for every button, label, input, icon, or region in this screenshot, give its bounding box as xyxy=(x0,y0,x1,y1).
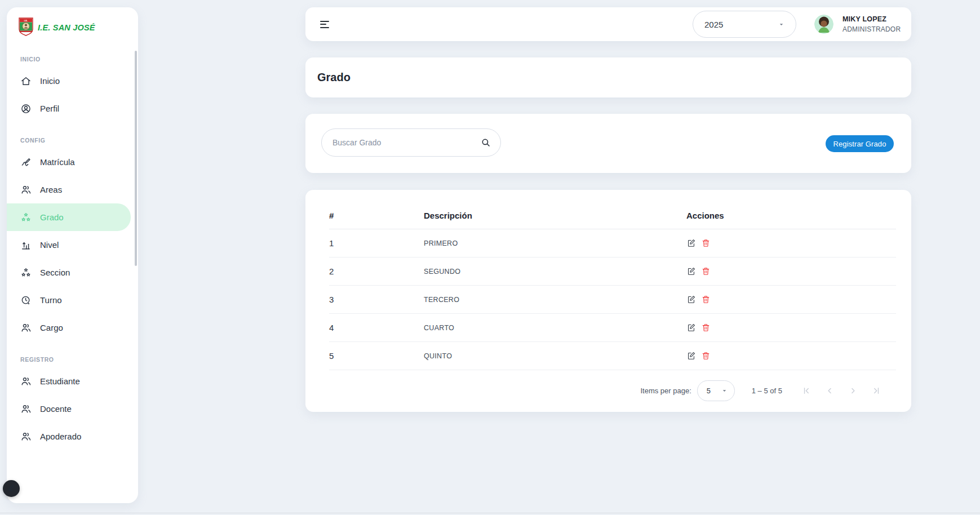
sidebar-item-label: Cargo xyxy=(40,323,63,332)
trash-icon[interactable] xyxy=(701,295,711,304)
school-crest-icon: I.E. xyxy=(19,17,33,38)
table-header: # Descripción Acciones xyxy=(329,190,896,229)
row-descripcion-cell: QUINTO xyxy=(424,352,686,360)
previous-page-icon[interactable] xyxy=(824,385,835,396)
page-size-select[interactable]: 5 xyxy=(697,380,735,401)
sidebar-item-label: Perfil xyxy=(40,104,59,113)
sidebar-item-label: Matrícula xyxy=(40,157,75,167)
sidebar-section-config: CONFIG Matrícula Areas Grado Nivel Secci… xyxy=(7,137,138,341)
items-per-page-label: Items per page: xyxy=(640,387,691,395)
trash-icon[interactable] xyxy=(701,238,711,248)
page-range-label: 1 – 5 of 5 xyxy=(752,387,782,395)
next-page-icon[interactable] xyxy=(848,385,858,396)
table-body: 1 PRIMERO 2 SEGUNDO 3 TERCERO xyxy=(329,229,896,370)
topbar: 2025 MIKY LOPEZ ADMINISTRAD xyxy=(305,7,911,41)
row-number-cell: 5 xyxy=(329,351,424,361)
app-logo: I.E. I.E. SAN JOSÉ xyxy=(7,7,138,48)
page-size-value: 5 xyxy=(707,387,711,395)
register-grado-button[interactable]: Registrar Grado xyxy=(826,135,894,152)
sidebar-section-inicio: INICIO Inicio Perfil xyxy=(7,56,138,122)
year-select[interactable]: 2025 xyxy=(693,11,796,38)
edit-fab-button[interactable] xyxy=(3,480,20,497)
edit-icon[interactable] xyxy=(686,323,696,332)
paginator: Items per page: 5 1 – 5 of 5 xyxy=(329,370,896,411)
sidebar-item-cargo[interactable]: Cargo xyxy=(7,314,138,341)
sidebar-section-registro: REGISTRO Estudiante Docente Apoderado xyxy=(7,356,138,450)
chevron-down-icon xyxy=(778,21,784,28)
table-row: 1 PRIMERO xyxy=(329,229,896,258)
sidebar-item-seccion[interactable]: Seccion xyxy=(7,259,138,286)
sidebar-item-matricula[interactable]: Matrícula xyxy=(7,148,138,176)
row-number-cell: 4 xyxy=(329,323,424,332)
sidebar-scrollbar[interactable] xyxy=(135,51,137,266)
window-bottom-edge xyxy=(0,513,980,513)
sidebar-section-label: INICIO xyxy=(20,56,138,63)
svg-text:I.E.: I.E. xyxy=(24,19,28,21)
grado-table-card: # Descripción Acciones 1 PRIMERO 2 SEGUN… xyxy=(305,190,911,412)
edit-icon[interactable] xyxy=(686,238,696,248)
sidebar-item-estudiante[interactable]: Estudiante xyxy=(7,367,138,395)
edit-icon[interactable] xyxy=(686,267,696,276)
year-select-value: 2025 xyxy=(704,20,723,29)
trash-icon[interactable] xyxy=(701,323,711,332)
chevron-down-icon xyxy=(721,388,728,394)
sidebar-item-label: Turno xyxy=(40,295,62,305)
edit-icon[interactable] xyxy=(686,351,696,361)
user-menu[interactable]: MIKY LOPEZ ADMINISTRADOR xyxy=(814,15,901,34)
star-cluster-icon xyxy=(20,267,32,278)
row-number-cell: 1 xyxy=(329,238,424,248)
sidebar-item-areas[interactable]: Areas xyxy=(7,176,138,203)
column-header-num: # xyxy=(329,211,424,220)
sidebar-section-label: CONFIG xyxy=(20,137,138,144)
last-page-icon[interactable] xyxy=(871,385,881,396)
sidebar-item-inicio[interactable]: Inicio xyxy=(7,67,138,95)
sidebar-item-perfil[interactable]: Perfil xyxy=(7,95,138,122)
sidebar-item-turno[interactable]: Turno xyxy=(7,286,138,314)
people-group-icon xyxy=(20,322,32,334)
clock-icon xyxy=(20,295,32,306)
pencil-icon xyxy=(7,483,16,495)
sidebar-item-apoderado[interactable]: Apoderado xyxy=(7,423,138,450)
trash-icon[interactable] xyxy=(701,267,711,276)
sidebar-item-label: Apoderado xyxy=(40,432,81,441)
edit-icon[interactable] xyxy=(686,295,696,304)
app-screen: I.E. I.E. SAN JOSÉ INICIO Inicio Perfil … xyxy=(0,0,980,515)
table-row: 3 TERCERO xyxy=(329,286,896,314)
row-number-cell: 3 xyxy=(329,295,424,304)
user-circle-icon xyxy=(20,103,32,114)
sidebar-item-nivel[interactable]: Nivel xyxy=(7,231,138,259)
row-number-cell: 2 xyxy=(329,267,424,276)
sidebar-item-grado[interactable]: Grado xyxy=(7,203,131,231)
sidebar-item-label: Docente xyxy=(40,404,72,414)
chart-arrow-icon xyxy=(20,239,32,251)
search-icon[interactable] xyxy=(481,137,491,148)
column-header-acciones: Acciones xyxy=(686,211,896,220)
sidebar-item-label: Inicio xyxy=(40,76,60,86)
row-descripcion-cell: SEGUNDO xyxy=(424,268,686,276)
people-group-icon xyxy=(20,184,32,196)
search-input[interactable] xyxy=(322,138,481,147)
sidebar-item-label: Estudiante xyxy=(40,376,80,386)
sidebar-item-label: Grado xyxy=(40,212,64,222)
sidebar-item-docente[interactable]: Docente xyxy=(7,395,138,423)
trash-icon[interactable] xyxy=(701,351,711,361)
logo-text: I.E. SAN JOSÉ xyxy=(38,23,95,32)
home-icon xyxy=(20,76,32,87)
sidebar-item-label: Seccion xyxy=(40,268,70,277)
page-title-card: Grado xyxy=(305,57,911,97)
table-row: 2 SEGUNDO xyxy=(329,258,896,286)
column-header-descripcion: Descripción xyxy=(424,211,686,220)
signature-pen-icon xyxy=(20,157,32,168)
search-card: Registrar Grado xyxy=(305,114,911,173)
first-page-icon[interactable] xyxy=(801,385,812,396)
table-row: 5 QUINTO xyxy=(329,342,896,370)
sidebar-item-label: Areas xyxy=(40,185,62,194)
row-descripcion-cell: TERCERO xyxy=(424,296,686,304)
search-field xyxy=(321,128,501,157)
row-descripcion-cell: PRIMERO xyxy=(424,239,686,247)
pagination-nav xyxy=(801,385,881,396)
people-group-icon xyxy=(20,403,32,415)
table-row: 4 CUARTO xyxy=(329,314,896,342)
hamburger-menu-icon[interactable] xyxy=(320,21,330,28)
sidebar-nav: INICIO Inicio Perfil CONFIG Matrícula Ar… xyxy=(7,56,138,450)
